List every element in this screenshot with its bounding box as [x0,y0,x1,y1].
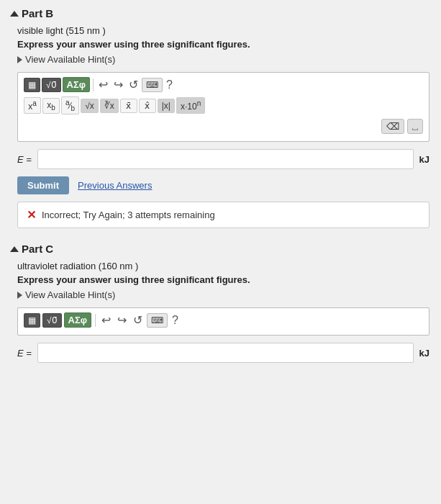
part-c-answer-unit: kJ [419,348,429,359]
part-b-header[interactable]: Part B [12,7,429,19]
part-c-math-input-container: ▦ √0̄ AΣφ ↩ ↪ ↺ ⌨ ? [17,307,429,336]
superscript-button[interactable]: xa [24,97,41,114]
part-c-hint-link[interactable]: View Available Hint(s) [17,289,429,300]
part-b-toolbar: ▦ √0̄ AΣφ ↩ ↪ ↺ ⌨ ? [24,77,423,92]
part-c-description: ultraviolet radiation (160 nm ) [17,261,429,271]
part-b-symbol-row: xa xb a⁄b √x ∛x x̄ x̂ |x| x·10n [24,96,423,114]
part-b-label: Part B [22,7,53,19]
part-b-special-row: ⌫ ⎵ [24,119,423,134]
alpha-sigma-button[interactable]: AΣφ [63,77,91,92]
part-c-toolbar: ▦ √0̄ AΣφ ↩ ↪ ↺ ⌨ ? [24,312,423,328]
part-b-answer-row: E = kJ [17,149,429,169]
part-c-refresh-button[interactable]: ↺ [131,312,145,328]
part-c-undo-button[interactable]: ↩ [99,312,113,328]
part-b-section: Part B visible light (515 nm ) Express y… [12,7,429,228]
part-c-toggle-icon [10,246,19,252]
fraction-button[interactable]: a⁄b [61,96,79,114]
part-b-description: visible light (515 nm ) [17,25,429,36]
part-c-redo-button[interactable]: ↪ [115,312,129,328]
xhat-button[interactable]: x̂ [139,99,156,113]
part-c-radical-button[interactable]: √0̄ [42,313,62,328]
part-c-toolbar-separator [95,314,96,327]
part-b-toggle-icon [10,11,19,17]
part-b-answer-input[interactable] [37,149,414,169]
part-b-answer-unit: kJ [419,154,429,165]
part-b-prev-answers-link[interactable]: Previous Answers [78,180,152,191]
hint-b-triangle-icon [17,56,22,63]
sqrt-button[interactable]: √x [81,99,99,113]
part-c-header[interactable]: Part C [12,243,429,255]
part-c-answer-row: E = kJ [17,343,429,363]
part-c-answer-input[interactable] [37,343,414,363]
error-icon: ✕ [27,208,36,222]
xbar-button[interactable]: x̄ [120,99,137,113]
part-c-hint-text: View Available Hint(s) [25,289,115,300]
space-button[interactable]: ⎵ [407,119,423,134]
part-c-keyboard-button[interactable]: ⌨ [147,313,168,328]
help-button[interactable]: ? [164,78,175,92]
part-c-instruction: Express your answer using three signific… [17,274,429,285]
backspace-button[interactable]: ⌫ [381,119,404,134]
part-b-body: visible light (515 nm ) Express your ans… [12,25,429,228]
part-b-submit-button[interactable]: Submit [17,176,69,194]
radical-button[interactable]: √0̄ [42,78,61,92]
abs-button[interactable]: |x| [158,99,175,113]
refresh-button[interactable]: ↺ [127,77,140,92]
part-c-body: ultraviolet radiation (160 nm ) Express … [12,261,429,363]
undo-button[interactable]: ↩ [96,77,110,92]
part-b-answer-label: E = [17,154,32,165]
part-c-answer-label: E = [17,348,32,359]
part-b-error-box: ✕ Incorrect; Try Again; 3 attempts remai… [17,202,429,228]
subscript-button[interactable]: xb [42,98,60,114]
part-c-section: Part C ultraviolet radiation (160 nm ) E… [12,243,429,363]
keyboard-button[interactable]: ⌨ [142,78,163,92]
toolbar-separator-1 [93,78,94,91]
part-c-help-button[interactable]: ? [170,313,181,328]
cbrt-button[interactable]: ∛x [100,99,119,113]
hint-c-triangle-icon [17,292,22,299]
part-c-matrix-button[interactable]: ▦ [24,313,40,328]
part-c-label: Part C [22,243,53,255]
part-b-hint-text: View Available Hint(s) [25,54,115,65]
part-b-hint-link[interactable]: View Available Hint(s) [17,54,429,65]
error-message: Incorrect; Try Again; 3 attempts remaini… [42,210,215,220]
part-b-instruction: Express your answer using three signific… [17,39,429,50]
part-c-alpha-sigma-button[interactable]: AΣφ [64,312,92,328]
redo-button[interactable]: ↪ [112,77,125,92]
matrix-button[interactable]: ▦ [24,78,40,92]
part-b-submit-row: Submit Previous Answers [17,176,429,194]
part-b-math-input-container: ▦ √0̄ AΣφ ↩ ↪ ↺ ⌨ ? xa xb a⁄b √x ∛x [17,72,429,142]
sci-notation-button[interactable]: x·10n [176,97,205,114]
